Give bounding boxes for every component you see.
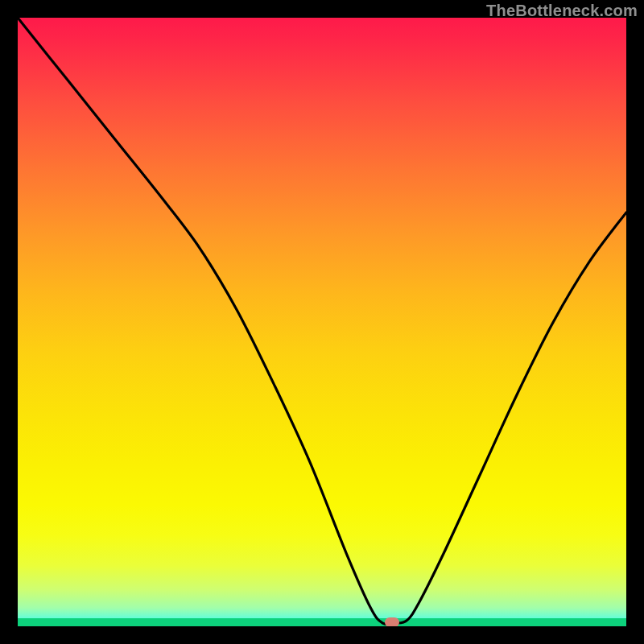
chart-frame: TheBottleneck.com	[0, 0, 644, 644]
optimal-point-marker	[385, 617, 399, 626]
bottleneck-curve	[18, 18, 626, 626]
plot-area	[18, 18, 626, 626]
